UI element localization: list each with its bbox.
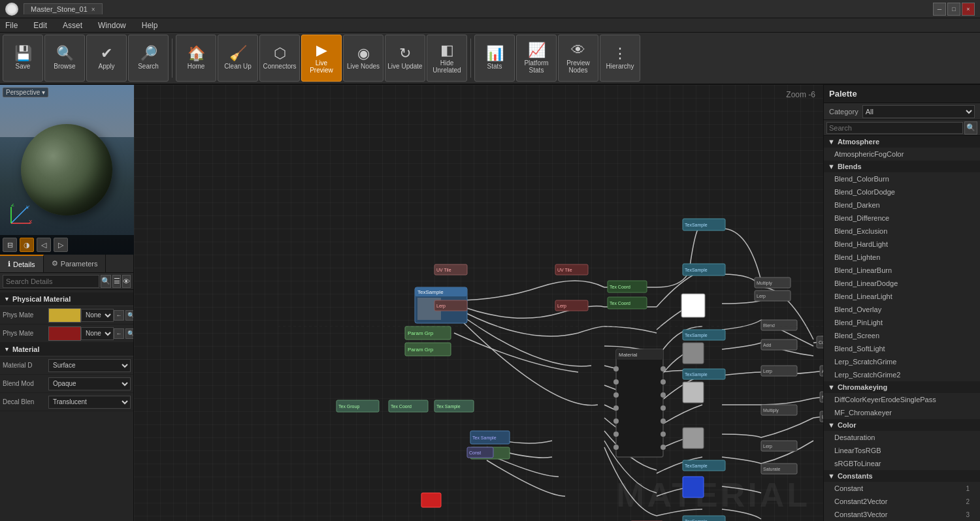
svg-text:TexSample: TexSample [685, 464, 708, 469]
palette-item[interactable]: Blend_PinLight [824, 316, 980, 329]
palette-item[interactable]: Blend_LinearLight [824, 290, 980, 303]
toolbar-btn-stats[interactable]: 📊Stats [474, 35, 515, 82]
palette-item[interactable]: Constant2Vector2 [824, 495, 980, 508]
livenodes-icon: ◉ [357, 46, 370, 61]
phys-mate-arrow-1[interactable]: ← [114, 310, 124, 321]
physical-material-header[interactable]: ▼ Physical Material [0, 292, 133, 306]
palette-item[interactable]: Blend_Lighten [824, 251, 980, 264]
details-view-button[interactable]: ☰ [112, 275, 121, 288]
phys-mate-dropdown-2[interactable]: None [81, 327, 114, 340]
tab-parameters[interactable]: ⚙ Parameters [44, 255, 106, 272]
toolbar-btn-browse[interactable]: 🔍Browse [44, 35, 85, 82]
material-collapse-icon: ▼ [4, 346, 10, 353]
palette-item[interactable]: Blend_LinearDodge [824, 277, 980, 290]
toolbar-btn-apply[interactable]: ✔Apply [86, 35, 127, 82]
svg-text:Material: Material [619, 352, 638, 358]
palette-item[interactable]: LinearTosRGB [824, 444, 980, 457]
minimize-button[interactable]: ─ [933, 3, 946, 16]
viewport-perspective-dropdown[interactable]: Perspective ▾ [3, 87, 48, 97]
toolbar-btn-livenodes[interactable]: ◉Live Nodes [343, 35, 384, 82]
toolbar-btn-previewnodes[interactable]: 👁Preview Nodes [558, 35, 598, 82]
palette-item[interactable]: Lerp_ScratchGrime [824, 355, 980, 368]
palette-search-icon[interactable]: 🔍 [964, 121, 977, 134]
phys-mate-arrow-2[interactable]: ← [114, 328, 124, 339]
palette-item[interactable]: Blend_Exclusion [824, 225, 980, 238]
palette-item[interactable]: sRGBToLinear [824, 457, 980, 470]
menu-item-help[interactable]: Help [139, 21, 161, 30]
details-options-button[interactable]: 👁 [122, 275, 131, 288]
palette-item[interactable]: Blend_Darken [824, 198, 980, 212]
vp-next-btn[interactable]: ▷ [54, 238, 68, 252]
tab-close-icon[interactable]: × [91, 6, 95, 13]
palette-item[interactable]: Blend_ColorDodge [824, 185, 980, 198]
vp-toggle-btn[interactable]: ⊟ [3, 238, 17, 252]
toolbar-btn-hideunrelated[interactable]: ◧Hide Unrelated [427, 35, 467, 82]
palette-item[interactable]: Blend_Difference [824, 212, 980, 225]
item-label: LinearTosRGB [834, 447, 881, 454]
palette-item[interactable]: Blend_HardLight [824, 238, 980, 251]
palette-item[interactable]: Lerp_ScratchGrime2 [824, 368, 980, 381]
search-details-button[interactable]: 🔍 [101, 275, 111, 288]
palette-item[interactable]: Blend_SoftLight [824, 342, 980, 355]
toolbar-btn-liveupdate[interactable]: ↻Live Update [385, 35, 425, 82]
phys-mate-search-2[interactable]: 🔍 [125, 328, 133, 339]
toolbar-btn-livepreview[interactable]: ▶Live Preview [301, 35, 342, 82]
phys-mate-row-1: Phys Mate None ← 🔍 [0, 306, 133, 324]
menu-item-asset[interactable]: Asset [60, 21, 85, 30]
palette-group-constants[interactable]: ▼Constants [824, 470, 980, 482]
menu-item-window[interactable]: Window [95, 21, 129, 30]
window-controls: ─ □ × [933, 3, 975, 16]
vp-material-btn[interactable]: ◑ [20, 238, 34, 252]
home-label: Home [188, 63, 205, 70]
palette-group-chromakeying[interactable]: ▼Chromakeying [824, 381, 980, 393]
palette-group-atmosphere[interactable]: ▼Atmosphere [824, 136, 980, 148]
palette-group-color[interactable]: ▼Color [824, 419, 980, 431]
material-domain-dropdown[interactable]: Surface [48, 359, 131, 372]
item-label: Blend_SoftLight [834, 345, 885, 353]
menu-item-edit[interactable]: Edit [31, 21, 50, 30]
toolbar-btn-search[interactable]: 🔎Search [128, 35, 169, 82]
toolbar-btn-platformstats[interactable]: 📈Platform Stats [516, 35, 557, 82]
svg-text:Param Grp: Param Grp [408, 330, 434, 336]
search-details-input[interactable] [3, 275, 99, 288]
palette-category-row: Category All [824, 103, 980, 120]
group-label: Atmosphere [838, 138, 879, 146]
editor-tab[interactable]: Master_Stone_01 × [24, 3, 103, 14]
phys-mate-swatch-1[interactable] [48, 308, 81, 323]
palette-item[interactable]: DiffColorKeyerErodeSinglePass [824, 393, 980, 406]
svg-point-36 [661, 392, 666, 398]
maximize-button[interactable]: □ [947, 3, 960, 16]
phys-mate-dropdown-1[interactable]: None [81, 309, 114, 322]
palette-group-blends[interactable]: ▼Blends [824, 161, 980, 172]
toolbar-btn-connectors[interactable]: ⬡Connectors [259, 35, 300, 82]
palette-item[interactable]: AtmosphericFogColor [824, 148, 980, 161]
palette-item[interactable]: Constant1 [824, 482, 980, 495]
toolbar-btn-save[interactable]: 💾Save [3, 35, 43, 82]
palette-item[interactable]: Blend_Overlay [824, 303, 980, 316]
phys-mate-swatch-2[interactable] [48, 326, 81, 341]
toolbar-btn-hierarchy[interactable]: ⋮Hierarchy [600, 35, 640, 82]
palette-search-input[interactable] [826, 122, 963, 134]
tab-details[interactable]: ℹ Details [0, 255, 44, 272]
svg-text:Z: Z [11, 204, 14, 208]
blend-mode-dropdown[interactable]: Opaque [48, 377, 131, 390]
palette-item[interactable]: Blend_ColorBurn [824, 172, 980, 185]
toolbar-btn-home[interactable]: 🏠Home [176, 35, 216, 82]
close-button[interactable]: × [962, 3, 975, 16]
svg-text:Tex Coord: Tex Coord [610, 301, 630, 306]
node-canvas[interactable]: Zoom -6 MATERIAL [134, 85, 823, 521]
decal-blend-dropdown[interactable]: Translucent [48, 396, 131, 409]
palette-item[interactable]: Desaturation [824, 431, 980, 444]
category-select[interactable]: All [862, 105, 975, 118]
menu-item-file[interactable]: File [3, 21, 20, 30]
palette-item[interactable]: MF_Chromakeyer [824, 406, 980, 419]
vp-prev-btn[interactable]: ◁ [37, 238, 51, 252]
node-editor[interactable]: Zoom -6 MATERIAL [134, 85, 823, 521]
decal-blend-label: Decal Blen [3, 398, 48, 405]
toolbar-btn-cleanup[interactable]: 🧹Clean Up [218, 35, 258, 82]
phys-mate-search-1[interactable]: 🔍 [125, 310, 133, 321]
material-header[interactable]: ▼ Material [0, 343, 133, 356]
palette-item[interactable]: Blend_LinearBurn [824, 264, 980, 277]
palette-item[interactable]: Blend_Screen [824, 329, 980, 342]
palette-item[interactable]: Constant3Vector3 [824, 508, 980, 521]
